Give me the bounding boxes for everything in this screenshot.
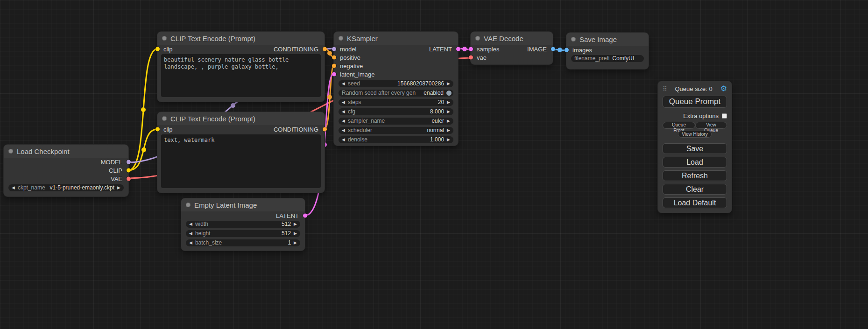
decrement-icon[interactable]: ◀ [189,230,192,237]
output-label-conditioning: CONDITIONING [274,46,318,53]
node-title-bar[interactable]: Load Checkpoint [4,145,128,158]
refresh-button[interactable]: Refresh [663,170,727,181]
extra-options-checkbox[interactable] [722,113,727,119]
widget-value: enabled [423,90,444,97]
node-load-checkpoint[interactable]: Load Checkpoint MODEL CLIP VAE ◀ ckpt_na… [4,145,128,196]
widget-denoise[interactable]: ◀ denoise 1.000 ▶ [339,136,453,143]
node-title-bar[interactable]: Save Image [566,33,649,46]
prompt-textarea[interactable]: text, watermark [161,134,321,188]
input-label-model: model [340,46,356,53]
node-title-bar[interactable]: KSampler [334,32,458,45]
node-clip-text-encode-positive[interactable]: CLIP Text Encode (Prompt) clip CONDITION… [157,32,325,102]
prev-value-icon[interactable]: ◀ [342,127,345,134]
node-title-bar[interactable]: Empty Latent Image [181,198,305,211]
decrement-icon[interactable]: ◀ [189,221,192,228]
node-title-bar[interactable]: CLIP Text Encode (Prompt) [157,32,325,45]
node-empty-latent-image[interactable]: Empty Latent Image LATENT ◀ width 512 ▶ … [181,198,305,251]
output-dot-model[interactable] [127,160,131,164]
collapse-dot[interactable] [475,36,480,41]
widget-value: 20 [438,99,444,106]
input-dot-negative[interactable] [332,64,336,68]
load-default-button[interactable]: Load Default [663,197,727,208]
drag-handle-icon[interactable]: ⠿ [663,85,667,92]
toggle-knob[interactable] [446,91,452,96]
output-dot-clip[interactable] [127,168,131,173]
queue-front-button[interactable]: Queue Front [663,122,695,129]
queue-prompt-button[interactable]: Queue Prompt [663,96,727,108]
input-dot-latent-image[interactable] [332,72,336,77]
node-ksampler[interactable]: KSampler model LATENT positive negative … [334,32,458,146]
output-dot-latent[interactable] [456,47,460,51]
widget-seed[interactable]: ◀ seed 156680208700286 ▶ [339,80,453,87]
extra-options-row: Extra options [663,112,727,120]
increment-icon[interactable]: ▶ [447,80,450,87]
input-dot-vae[interactable] [469,56,473,60]
node-title-bar[interactable]: CLIP Text Encode (Prompt) [157,112,325,125]
save-button[interactable]: Save [663,143,727,154]
widget-cfg[interactable]: ◀ cfg 8.000 ▶ [339,108,453,115]
increment-icon[interactable]: ▶ [447,99,450,106]
collapse-dot[interactable] [571,37,576,42]
output-dot-conditioning[interactable] [323,47,327,51]
node-save-image[interactable]: Save Image images filename_prefix ComfyU… [566,33,649,69]
increment-icon[interactable]: ▶ [294,230,297,237]
decrement-icon[interactable]: ◀ [342,108,345,115]
output-dot-vae[interactable] [127,177,131,181]
load-button[interactable]: Load [663,157,727,168]
input-dot-clip[interactable] [155,127,160,132]
decrement-icon[interactable]: ◀ [342,80,345,87]
widget-sampler-name[interactable]: ◀ sampler_name euler ▶ [339,118,453,125]
output-dot-conditioning[interactable] [323,127,327,132]
decrement-icon[interactable]: ◀ [342,99,345,106]
input-dot-clip[interactable] [155,47,160,51]
output-dot-image[interactable] [551,47,555,51]
node-vae-decode[interactable]: VAE Decode samples IMAGE vae [471,32,553,64]
output-label-model: MODEL [101,159,122,166]
node-title-text: Empty Latent Image [194,201,257,209]
widget-scheduler[interactable]: ◀ scheduler normal ▶ [339,127,453,134]
node-title-bar[interactable]: VAE Decode [471,32,553,45]
widget-random-seed-toggle[interactable]: Random seed after every gen enabled [339,90,453,97]
view-queue-button[interactable]: View Queue [695,122,727,129]
input-dot-positive[interactable] [332,56,336,60]
widget-height[interactable]: ◀ height 512 ▶ [186,230,300,237]
widget-batch-size[interactable]: ◀ batch_size 1 ▶ [186,239,300,246]
widget-value: euler [431,118,444,125]
node-title-text: Load Checkpoint [17,147,70,155]
widget-steps[interactable]: ◀ steps 20 ▶ [339,99,453,106]
input-dot-images[interactable] [565,48,569,52]
collapse-dot[interactable] [339,36,343,41]
slot-row: samples IMAGE [471,45,553,53]
prev-value-icon[interactable]: ◀ [342,118,345,125]
increment-icon[interactable]: ▶ [294,221,297,228]
decrement-icon[interactable]: ◀ [342,136,345,143]
input-dot-samples[interactable] [469,47,473,51]
widget-ckpt-name[interactable]: ◀ ckpt_name v1-5-pruned-emaonly.ckpt ▶ [8,184,124,191]
collapse-dot[interactable] [186,203,191,207]
increment-icon[interactable]: ▶ [294,239,297,246]
next-value-icon[interactable]: ▶ [117,184,120,191]
graph-canvas[interactable]: Load Checkpoint MODEL CLIP VAE ◀ ckpt_na… [0,0,868,329]
increment-icon[interactable]: ▶ [447,108,450,115]
collapse-dot[interactable] [8,149,13,154]
clear-button[interactable]: Clear [663,184,727,195]
widget-width[interactable]: ◀ width 512 ▶ [186,221,300,228]
settings-gear-icon[interactable]: ⚙ [720,85,727,92]
input-dot-model[interactable] [332,47,336,51]
output-label-latent: LATENT [429,46,452,53]
collapse-dot[interactable] [162,36,167,41]
next-value-icon[interactable]: ▶ [447,127,450,134]
prompt-textarea[interactable]: beautiful scenery nature glass bottle la… [161,54,321,97]
increment-icon[interactable]: ▶ [447,136,450,143]
prev-value-icon[interactable]: ◀ [12,184,15,191]
widget-filename-prefix[interactable]: filename_prefix ComfyUI [571,55,644,62]
node-clip-text-encode-negative[interactable]: CLIP Text Encode (Prompt) clip CONDITION… [157,112,325,193]
wire-midpoint-dot [141,107,146,112]
collapse-dot[interactable] [162,116,167,121]
output-dot-latent[interactable] [303,214,307,218]
node-title-text: VAE Decode [484,35,523,42]
view-history-button[interactable]: View History [678,131,711,138]
next-value-icon[interactable]: ▶ [447,118,450,125]
slot-row: clip CONDITIONING [157,125,325,133]
decrement-icon[interactable]: ◀ [189,239,192,246]
